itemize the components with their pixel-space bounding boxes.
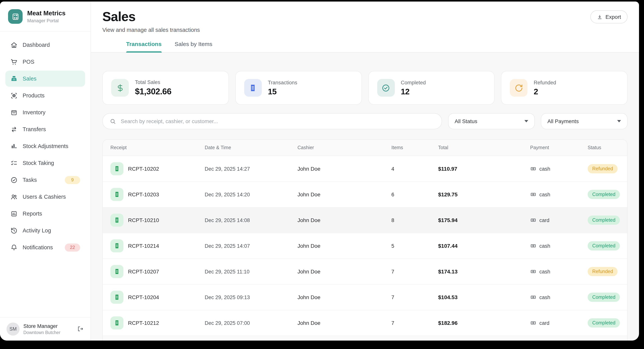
status-badge: Refunded [588, 164, 618, 173]
col-receipt: Receipt [110, 145, 205, 150]
col-total: Total [438, 145, 530, 150]
sidebar-item-label: POS [22, 59, 80, 65]
receipt-cell: RCPT-10207 [110, 265, 205, 278]
table-row[interactable]: RCPT-10204Dec 29, 2025 09:13John Doe7$10… [103, 284, 627, 310]
total-cell: $175.94 [438, 217, 530, 223]
user-meta: Store Manager Downtown Butcher [24, 323, 73, 335]
package-icon [10, 92, 18, 99]
status-filter-dropdown[interactable]: All Status [448, 113, 535, 129]
table-body: RCPT-10202Dec 29, 2025 14:27John Doe4$11… [103, 156, 627, 336]
search-box [102, 113, 442, 129]
total-cell: $104.53 [438, 294, 530, 300]
datetime-cell: Dec 29, 2025 14:08 [205, 217, 298, 223]
sidebar-item-stock-taking[interactable]: Stock Taking [5, 155, 85, 171]
status-cell: Completed [588, 216, 620, 225]
page-header: Sales View and manage all sales transact… [91, 2, 639, 53]
sidebar-item-label: Transfers [22, 126, 80, 132]
title-block: Sales View and manage all sales transact… [102, 9, 200, 33]
receipt-id: RCPT-10204 [128, 294, 159, 300]
receipt-cell: RCPT-10203 [110, 188, 205, 201]
payment-method: cash [539, 269, 550, 274]
stat-label: Total Sales [135, 79, 171, 85]
col-cashier: Cashier [298, 145, 392, 150]
sidebar-item-products[interactable]: Products [5, 88, 85, 104]
content: Total Sales$1,302.66Transactions15Comple… [91, 53, 639, 340]
receipt-cell: RCPT-10202 [110, 162, 205, 175]
table-row[interactable]: RCPT-10212Dec 29, 2025 07:00John Doe7$18… [103, 310, 627, 336]
sidebar-item-activity-log[interactable]: Activity Log [5, 222, 85, 239]
col-items: Items [392, 145, 438, 150]
sidebar-item-label: Reports [22, 211, 80, 217]
count-badge: 22 [65, 243, 80, 251]
status-cell: Completed [588, 190, 620, 199]
table-row[interactable]: RCPT-10210Dec 29, 2025 14:08John Doe8$17… [103, 207, 627, 233]
tab-sales-by-items[interactable]: Sales by Items [174, 41, 212, 52]
receipt-cell: RCPT-10212 [110, 316, 205, 329]
status-filter-value: All Status [455, 118, 477, 124]
brand-subtitle: Manager Portal [27, 18, 66, 24]
export-label: Export [606, 14, 621, 20]
payment-method: cash [539, 243, 550, 249]
table-row[interactable]: RCPT-10203Dec 29, 2025 14:20John Doe6$12… [103, 182, 627, 207]
stat-value: $1,302.66 [135, 87, 171, 97]
sidebar-item-users-cashiers[interactable]: Users & Cashiers [5, 189, 85, 205]
user-store: Downtown Butcher [24, 330, 73, 335]
banknote-icon [530, 320, 536, 326]
receipt-id: RCPT-10214 [128, 243, 159, 249]
history-icon [10, 227, 18, 234]
table-row[interactable]: RCPT-10214Dec 29, 2025 14:07John Doe5$10… [103, 233, 627, 259]
payment-filter-dropdown[interactable]: All Payments [541, 113, 628, 129]
sidebar-item-notifications[interactable]: Notifications22 [5, 239, 85, 255]
rotate-icon [510, 79, 528, 97]
sidebar-nav: DashboardPOSSalesProductsInventoryTransf… [0, 32, 90, 317]
logout-icon[interactable] [77, 325, 84, 332]
sidebar-item-reports[interactable]: Reports [5, 206, 85, 222]
status-cell: Refunded [588, 267, 620, 276]
items-cell: 6 [392, 192, 438, 197]
datetime-cell: Dec 29, 2025 09:13 [205, 294, 298, 300]
users-icon [10, 193, 18, 200]
payment-method: cash [539, 294, 550, 300]
download-icon [597, 14, 602, 20]
check-circle-icon [10, 176, 18, 184]
sidebar-item-sales[interactable]: Sales [5, 71, 85, 87]
sidebar-item-tasks[interactable]: Tasks9 [5, 172, 85, 188]
partial-next-row [103, 336, 627, 340]
items-cell: 4 [392, 166, 438, 172]
items-cell: 7 [392, 294, 438, 300]
user-panel: SM Store Manager Downtown Butcher [0, 317, 90, 340]
sidebar-item-stock-adjustments[interactable]: Stock Adjustments [5, 138, 85, 154]
banknote-icon [530, 191, 536, 197]
tab-bar: Transactions Sales by Items [102, 41, 628, 52]
check-circle-icon [377, 79, 395, 97]
status-badge: Completed [588, 190, 620, 199]
sidebar-item-transfers[interactable]: Transfers [5, 121, 85, 137]
datetime-cell: Dec 29, 2025 14:07 [205, 243, 298, 249]
report-icon [10, 210, 18, 217]
export-button[interactable]: Export [590, 10, 628, 24]
stat-meta: Completed12 [401, 80, 426, 96]
table-row[interactable]: RCPT-10207Dec 29, 2025 11:10John Doe7$17… [103, 259, 627, 284]
payment-method: card [539, 217, 550, 223]
cashier-cell: John Doe [298, 166, 392, 172]
receipt-cell: RCPT-10214 [110, 239, 205, 252]
status-cell: Completed [588, 293, 620, 302]
dollar-icon [111, 79, 129, 97]
sidebar-item-pos[interactable]: POS [5, 54, 85, 70]
brand: Meat Metrics Manager Portal [0, 2, 90, 32]
archive-icon [10, 109, 18, 116]
search-input[interactable] [120, 118, 435, 125]
payment-cell: cash [530, 166, 588, 172]
table-row[interactable]: RCPT-10202Dec 29, 2025 14:27John Doe4$11… [103, 156, 627, 182]
sidebar-item-dashboard[interactable]: Dashboard [5, 37, 85, 53]
stat-value: 12 [401, 87, 426, 96]
sidebar-item-inventory[interactable]: Inventory [5, 104, 85, 120]
col-status: Status [588, 145, 620, 150]
banknote-icon [530, 268, 536, 275]
sidebar-item-label: Dashboard [22, 42, 80, 48]
brand-name: Meat Metrics [27, 10, 66, 17]
tab-transactions[interactable]: Transactions [126, 41, 162, 52]
checklist-icon [10, 159, 18, 167]
items-cell: 8 [392, 217, 438, 223]
receipt-id: RCPT-10202 [128, 166, 159, 172]
